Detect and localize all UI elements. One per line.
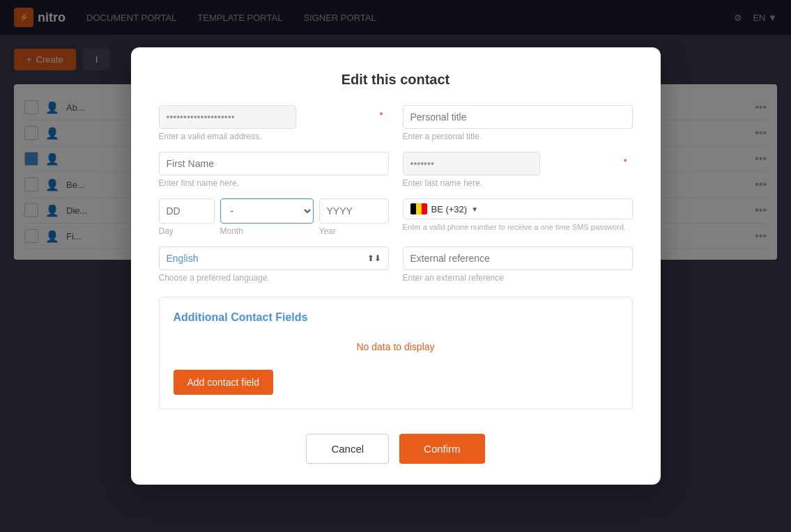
email-input[interactable] — [159, 105, 296, 129]
modal-overlay: Edit this contact * Enter a valid email … — [0, 0, 791, 532]
edit-contact-modal: Edit this contact * Enter a valid email … — [131, 47, 661, 485]
email-required-star: * — [380, 111, 383, 120]
month-label: Month — [220, 226, 314, 236]
phone-input-wrapper[interactable]: BE (+32) ▼ — [403, 198, 633, 219]
last-name-field-group: * Enter last name here. — [403, 152, 633, 188]
no-data-message: No data to display — [174, 334, 618, 359]
email-wrapper: * — [159, 105, 389, 129]
first-name-field-group: Enter first name here. — [159, 152, 389, 188]
external-ref-hint: Enter an external reference — [403, 273, 633, 283]
personal-title-field-group: Enter a personal title. — [403, 105, 633, 141]
country-code-label: BE (+32) — [431, 204, 468, 214]
year-label: Year — [319, 226, 389, 236]
date-labels: Day Month Year — [159, 224, 389, 236]
form-row-lang-ref: English ⬆⬇ Choose a preferred language. … — [159, 247, 633, 283]
last-name-wrapper: * — [403, 152, 633, 175]
date-field-group: - JanuaryFebruaryMarch AprilMayJune July… — [159, 198, 389, 236]
add-contact-field-button[interactable]: Add contact field — [174, 370, 274, 395]
email-hint: Enter a valid email address. — [159, 132, 389, 141]
language-select-wrapper[interactable]: English ⬆⬇ — [159, 247, 389, 270]
last-name-input[interactable] — [403, 152, 540, 175]
personal-title-hint: Enter a personal title. — [403, 132, 633, 141]
day-input[interactable] — [159, 198, 215, 224]
belgium-flag — [410, 203, 427, 214]
external-ref-field-group: Enter an external reference — [403, 247, 633, 283]
modal-footer: Cancel Confirm — [159, 423, 633, 464]
date-fields: - JanuaryFebruaryMarch AprilMayJune July… — [159, 198, 389, 224]
last-name-required-star: * — [624, 157, 627, 167]
day-label: Day — [159, 226, 215, 236]
form-row-date-phone: - JanuaryFebruaryMarch AprilMayJune July… — [159, 198, 633, 236]
year-input[interactable] — [319, 198, 389, 224]
additional-contact-fields-section: Additional Contact Fields No data to dis… — [159, 297, 633, 409]
additional-section-title: Additional Contact Fields — [174, 311, 618, 324]
language-arrow-icon: ⬆⬇ — [367, 253, 381, 263]
email-field-group: * Enter a valid email address. — [159, 105, 389, 141]
form-row-names: Enter first name here. * Enter last name… — [159, 152, 633, 188]
language-value: English — [167, 253, 199, 264]
first-name-input[interactable] — [159, 152, 389, 175]
cancel-button[interactable]: Cancel — [306, 434, 389, 464]
phone-field-group: BE (+32) ▼ Enter a valid phone number to… — [403, 198, 633, 236]
phone-dropdown-icon[interactable]: ▼ — [471, 205, 478, 213]
first-name-hint: Enter first name here. — [159, 178, 389, 188]
external-ref-input[interactable] — [403, 247, 633, 270]
phone-hint: Enter a valid phone number to receive a … — [403, 222, 633, 233]
month-select[interactable]: - JanuaryFebruaryMarch AprilMayJune July… — [220, 198, 314, 224]
confirm-button[interactable]: Confirm — [399, 434, 485, 464]
modal-title: Edit this contact — [159, 72, 633, 88]
personal-title-input[interactable] — [403, 105, 633, 129]
last-name-hint: Enter last name here. — [403, 178, 633, 188]
language-hint: Choose a preferred language. — [159, 273, 389, 283]
language-field-group: English ⬆⬇ Choose a preferred language. — [159, 247, 389, 283]
form-row-email-title: * Enter a valid email address. Enter a p… — [159, 105, 633, 141]
